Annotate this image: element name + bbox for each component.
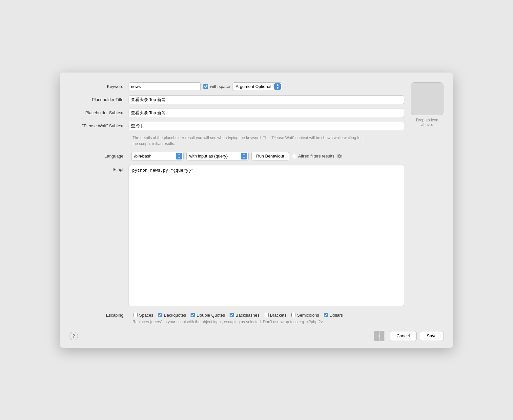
argument-select[interactable]: Argument Optional Argument Required No A… bbox=[233, 82, 282, 91]
keyword-row: Keyword: with space Argument Optional Ar… bbox=[70, 82, 404, 91]
argument-select-wrapper[interactable]: Argument Optional Argument Required No A… bbox=[233, 82, 282, 91]
grid-cell-4 bbox=[380, 336, 384, 341]
escaping-spaces-checkbox[interactable] bbox=[133, 313, 138, 317]
icon-drop-label: Drop an icon above. bbox=[411, 118, 443, 127]
escaping-dollars-checkbox[interactable] bbox=[324, 313, 328, 317]
script-textarea[interactable]: python news.py "{query}" bbox=[129, 165, 404, 306]
alfred-filters-row: Alfred filters results bbox=[292, 153, 342, 159]
main-dialog: Keyword: with space Argument Optional Ar… bbox=[60, 73, 453, 348]
escaping-semicolons-label: Semicolons bbox=[297, 313, 319, 318]
with-space-checkbox-label[interactable]: with space bbox=[203, 84, 230, 89]
placeholder-title-row: Placeholder Title: bbox=[70, 95, 404, 104]
grid-icon[interactable] bbox=[374, 331, 384, 341]
please-wait-row: "Please Wait" Subtext: bbox=[70, 122, 404, 130]
please-wait-label: "Please Wait" Subtext: bbox=[70, 123, 129, 128]
escaping-backslashes[interactable]: Backslashes bbox=[230, 313, 259, 318]
grid-cell-3 bbox=[374, 336, 379, 341]
language-row: Language: /bin/bash /usr/bin/python /usr… bbox=[70, 152, 404, 160]
language-select[interactable]: /bin/bash /usr/bin/python /usr/bin/ruby … bbox=[131, 152, 184, 160]
placeholder-title-label: Placeholder Title: bbox=[70, 97, 129, 102]
grid-cell-1 bbox=[374, 331, 379, 336]
icon-drop-area[interactable]: Drop an icon above. bbox=[411, 82, 443, 324]
escaping-backquotes-label: Backquotes bbox=[164, 313, 186, 318]
alfred-filters-label: Alfred filters results bbox=[298, 154, 335, 158]
input-select-wrapper[interactable]: with input as {query} with input as argv… bbox=[186, 152, 249, 160]
cancel-button[interactable]: Cancel bbox=[390, 331, 417, 341]
alfred-filters-checkbox[interactable] bbox=[292, 154, 296, 158]
placeholder-title-input[interactable] bbox=[129, 95, 404, 104]
placeholder-description: The details of the placeholder result yo… bbox=[133, 135, 362, 147]
with-space-label: with space bbox=[210, 84, 230, 89]
placeholder-subtext-input[interactable] bbox=[129, 109, 404, 117]
save-button[interactable]: Save bbox=[420, 331, 443, 341]
escaping-backquotes[interactable]: Backquotes bbox=[158, 313, 186, 318]
escaping-semicolons-checkbox[interactable] bbox=[291, 313, 296, 317]
escaping-double-quotes-label: Double Quotes bbox=[196, 313, 225, 318]
language-label: Language: bbox=[70, 154, 129, 158]
escaping-dollars-label: Dollars bbox=[330, 313, 343, 318]
escaping-backslashes-checkbox[interactable] bbox=[230, 313, 234, 317]
script-row: Script: python news.py "{query}" bbox=[70, 165, 404, 306]
placeholder-subtext-label: Placeholder Subtext: bbox=[70, 110, 129, 115]
placeholder-subtext-row: Placeholder Subtext: bbox=[70, 109, 404, 117]
escaping-label: Escaping: bbox=[70, 313, 129, 318]
escaping-brackets-label: Brackets bbox=[270, 313, 287, 318]
escaping-spaces[interactable]: Spaces bbox=[133, 313, 153, 318]
bottom-bar: ? Cancel Save bbox=[70, 331, 443, 341]
script-label: Script: bbox=[70, 165, 129, 172]
escaping-double-quotes-checkbox[interactable] bbox=[191, 313, 195, 317]
input-select[interactable]: with input as {query} with input as argv… bbox=[186, 152, 249, 160]
escaping-backquotes-checkbox[interactable] bbox=[158, 313, 162, 317]
escaping-backslashes-label: Backslashes bbox=[236, 313, 259, 318]
please-wait-input[interactable] bbox=[129, 122, 404, 130]
escaping-semicolons[interactable]: Semicolons bbox=[291, 313, 319, 318]
bottom-right: Cancel Save bbox=[374, 331, 443, 341]
keyword-label: Keyword: bbox=[70, 84, 129, 89]
language-select-wrapper[interactable]: /bin/bash /usr/bin/python /usr/bin/ruby … bbox=[131, 152, 184, 160]
gear-icon[interactable] bbox=[337, 153, 342, 159]
escaping-double-quotes[interactable]: Double Quotes bbox=[191, 313, 225, 318]
help-button[interactable]: ? bbox=[70, 332, 78, 340]
escaping-row: Escaping: Spaces Backquotes Double Quote… bbox=[70, 313, 404, 318]
escaping-dollars[interactable]: Dollars bbox=[324, 313, 343, 318]
icon-box[interactable] bbox=[411, 82, 443, 115]
escaping-section: Escaping: Spaces Backquotes Double Quote… bbox=[70, 313, 404, 324]
escaping-spaces-label: Spaces bbox=[139, 313, 153, 318]
escaping-brackets[interactable]: Brackets bbox=[264, 313, 287, 318]
keyword-input[interactable] bbox=[129, 82, 201, 91]
escaping-description: Replaces {query} in your script with the… bbox=[133, 320, 404, 324]
with-space-checkbox[interactable] bbox=[203, 84, 208, 89]
run-behaviour-button[interactable]: Run Behaviour bbox=[251, 152, 289, 160]
escaping-brackets-checkbox[interactable] bbox=[264, 313, 269, 317]
grid-cell-2 bbox=[380, 331, 384, 336]
